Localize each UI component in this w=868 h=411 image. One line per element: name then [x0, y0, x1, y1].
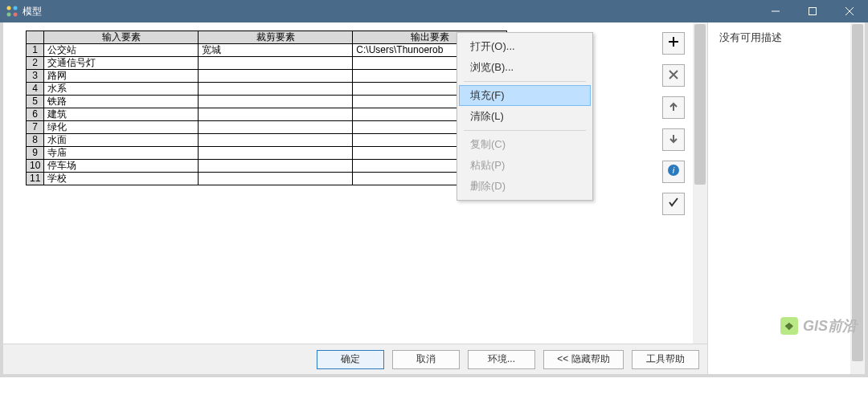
help-empty-text: 没有可用描述 [719, 31, 854, 45]
plus-icon [668, 36, 679, 51]
table-corner[interactable] [27, 31, 44, 44]
wechat-icon: ❖ [780, 317, 798, 335]
ctx-sep-1 [464, 81, 586, 82]
cell-input[interactable]: 绿化 [44, 121, 199, 134]
cell-input[interactable]: 公交站 [44, 44, 199, 57]
col-header-clip[interactable]: 裁剪要素 [199, 31, 353, 44]
row-number[interactable]: 3 [27, 70, 44, 83]
cell-input[interactable]: 路网 [44, 70, 199, 83]
app-icon [6, 6, 18, 17]
ctx-clear[interactable]: 清除(L) [459, 106, 591, 127]
table-row[interactable]: 11学校 [27, 173, 507, 185]
cell-input[interactable]: 寺庙 [44, 147, 199, 160]
side-button-bar: i [662, 32, 685, 215]
arrow-up-icon [669, 100, 678, 115]
cancel-button[interactable]: 取消 [392, 350, 460, 369]
footer-bar: 确定 取消 环境... << 隐藏帮助 工具帮助 [3, 344, 707, 374]
cell-clip[interactable] [199, 96, 353, 108]
ctx-open[interactable]: 打开(O)... [459, 36, 591, 57]
cell-clip[interactable]: 宽城 [199, 44, 353, 57]
row-number[interactable]: 2 [27, 57, 44, 70]
svg-rect-4 [809, 8, 817, 15]
move-up-button[interactable] [662, 96, 685, 119]
cell-clip[interactable] [199, 108, 353, 121]
check-button[interactable] [662, 193, 685, 215]
cell-clip[interactable] [199, 70, 353, 83]
x-icon [669, 68, 678, 83]
titlebar: 模型 [0, 0, 868, 22]
cell-input[interactable]: 停车场 [44, 160, 199, 173]
table-row[interactable]: 9寺庙 [27, 147, 507, 160]
env-button[interactable]: 环境... [468, 350, 535, 369]
svg-point-3 [14, 13, 18, 17]
row-number[interactable]: 6 [27, 108, 44, 121]
hide-help-button[interactable]: << 隐藏帮助 [543, 350, 624, 369]
remove-button[interactable] [662, 64, 685, 87]
svg-point-0 [7, 6, 11, 10]
row-number[interactable]: 1 [27, 44, 44, 57]
table-row[interactable]: 1公交站宽城C:\Users\Thunoerob [27, 44, 507, 57]
row-number[interactable]: 10 [27, 160, 44, 173]
row-number[interactable]: 9 [27, 147, 44, 160]
close-button[interactable] [831, 0, 868, 22]
parameter-table[interactable]: 输入要素 裁剪要素 输出要素 1公交站宽城C:\Users\Thunoerob2… [26, 31, 507, 185]
info-icon: i [667, 164, 680, 180]
col-header-input[interactable]: 输入要素 [44, 31, 199, 44]
help-scrollbar-thumb[interactable] [852, 24, 863, 361]
cell-input[interactable]: 水系 [44, 83, 199, 96]
table-row[interactable]: 6建筑 [27, 108, 507, 121]
cell-clip[interactable] [199, 160, 353, 173]
info-button[interactable]: i [662, 161, 685, 183]
ctx-delete: 删除(D) [459, 176, 591, 197]
left-pane: 输入要素 裁剪要素 输出要素 1公交站宽城C:\Users\Thunoerob2… [3, 22, 707, 374]
row-number[interactable]: 4 [27, 83, 44, 96]
main-scrollbar[interactable] [693, 22, 707, 344]
cell-clip[interactable] [199, 147, 353, 160]
add-button[interactable] [662, 32, 685, 55]
watermark: ❖ GIS前沿 [780, 316, 857, 336]
cell-input[interactable]: 铁路 [44, 96, 199, 108]
arrow-down-icon [669, 132, 678, 147]
window-title: 模型 [23, 5, 42, 18]
scrollbar-thumb[interactable] [694, 24, 706, 185]
cell-clip[interactable] [199, 83, 353, 96]
ctx-copy: 复制(C) [459, 134, 591, 155]
row-number[interactable]: 7 [27, 121, 44, 134]
table-row[interactable]: 4水系 [27, 83, 507, 96]
svg-point-1 [14, 6, 18, 10]
move-down-button[interactable] [662, 128, 685, 151]
table-row[interactable]: 2交通信号灯 [27, 57, 507, 70]
cell-input[interactable]: 交通信号灯 [44, 57, 199, 70]
ctx-sep-2 [464, 130, 586, 131]
ctx-paste: 粘贴(P) [459, 155, 591, 176]
table-row[interactable]: 7绿化 [27, 121, 507, 134]
cell-input[interactable]: 建筑 [44, 108, 199, 121]
maximize-button[interactable] [794, 0, 831, 22]
cell-clip[interactable] [199, 57, 353, 70]
ctx-browse[interactable]: 浏览(B)... [459, 57, 591, 78]
cell-clip[interactable] [199, 173, 353, 185]
client-area: 输入要素 裁剪要素 输出要素 1公交站宽城C:\Users\Thunoerob2… [0, 22, 868, 377]
watermark-text: GIS前沿 [803, 316, 857, 336]
row-number[interactable]: 8 [27, 134, 44, 147]
ok-button[interactable]: 确定 [317, 350, 384, 369]
cell-clip[interactable] [199, 121, 353, 134]
tool-help-button[interactable]: 工具帮助 [632, 350, 699, 369]
cell-input[interactable]: 学校 [44, 173, 199, 185]
context-menu: 打开(O)... 浏览(B)... 填充(F) 清除(L) 复制(C) 粘贴(P… [457, 32, 593, 201]
cell-input[interactable]: 水面 [44, 134, 199, 147]
table-row[interactable]: 10停车场 [27, 160, 507, 173]
svg-point-2 [7, 13, 11, 17]
minimize-button[interactable] [757, 0, 794, 22]
main-content: 输入要素 裁剪要素 输出要素 1公交站宽城C:\Users\Thunoerob2… [3, 22, 707, 344]
row-number[interactable]: 11 [27, 173, 44, 185]
table-row[interactable]: 8水面 [27, 134, 507, 147]
table-row[interactable]: 5铁路 [27, 96, 507, 108]
ctx-fill[interactable]: 填充(F) [459, 85, 591, 106]
cell-clip[interactable] [199, 134, 353, 147]
row-number[interactable]: 5 [27, 96, 44, 108]
check-icon [668, 197, 679, 211]
table-row[interactable]: 3路网 [27, 70, 507, 83]
